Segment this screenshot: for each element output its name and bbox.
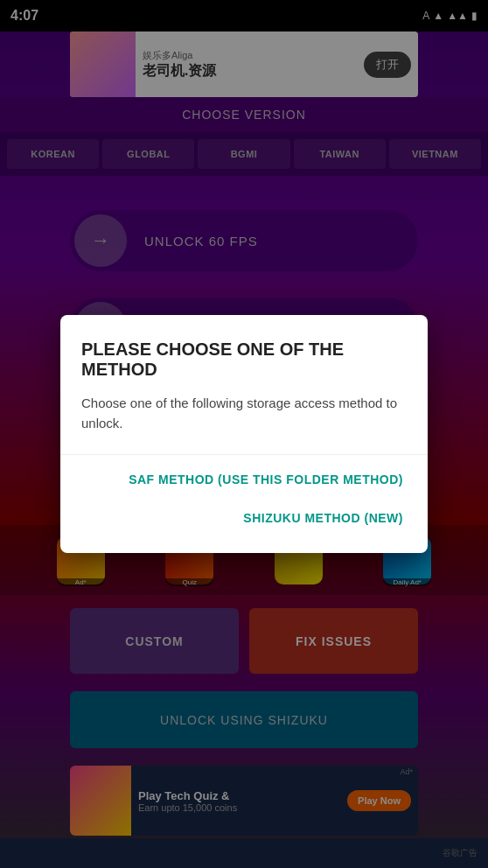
shizuku-method-button[interactable]: SHIZUKU METHOD (NEW) — [240, 500, 407, 536]
modal-options: SAF METHOD (USE THIS FOLDER METHOD) SHIZ… — [81, 455, 407, 536]
saf-method-button[interactable]: SAF METHOD (USE THIS FOLDER METHOD) — [125, 462, 407, 497]
modal-dialog: PLEASE CHOOSE ONE OF THE METHOD Choose o… — [60, 315, 428, 553]
modal-title: PLEASE CHOOSE ONE OF THE METHOD — [81, 340, 407, 380]
modal-backdrop: PLEASE CHOOSE ONE OF THE METHOD Choose o… — [0, 0, 488, 868]
modal-body: Choose one of the following storage acce… — [81, 394, 407, 433]
